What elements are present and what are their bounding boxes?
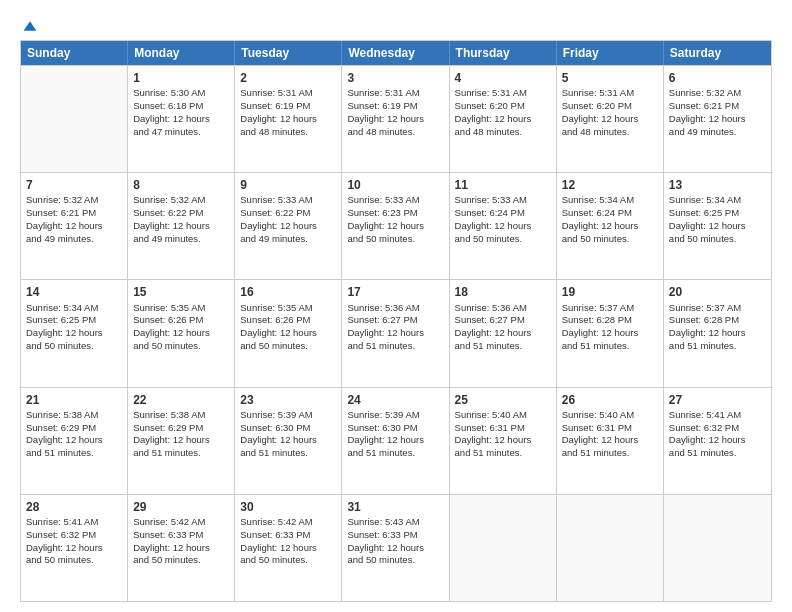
cell-line: and 51 minutes. [133, 447, 229, 460]
calendar-cell: 3Sunrise: 5:31 AMSunset: 6:19 PMDaylight… [342, 66, 449, 172]
cell-line: and 48 minutes. [562, 126, 658, 139]
cell-line: and 49 minutes. [26, 233, 122, 246]
cell-line: Daylight: 12 hours [133, 220, 229, 233]
cell-line: Sunrise: 5:31 AM [562, 87, 658, 100]
day-number: 29 [133, 499, 229, 515]
cell-line: Daylight: 12 hours [455, 434, 551, 447]
calendar-cell: 12Sunrise: 5:34 AMSunset: 6:24 PMDayligh… [557, 173, 664, 279]
cell-line: and 50 minutes. [26, 340, 122, 353]
cell-line: Daylight: 12 hours [133, 542, 229, 555]
cell-line: Sunset: 6:19 PM [240, 100, 336, 113]
calendar-cell: 4Sunrise: 5:31 AMSunset: 6:20 PMDaylight… [450, 66, 557, 172]
calendar-cell: 25Sunrise: 5:40 AMSunset: 6:31 PMDayligh… [450, 388, 557, 494]
calendar-week-row: 28Sunrise: 5:41 AMSunset: 6:32 PMDayligh… [21, 494, 771, 601]
cell-line: Sunrise: 5:34 AM [562, 194, 658, 207]
cell-line: and 48 minutes. [347, 126, 443, 139]
page: SundayMondayTuesdayWednesdayThursdayFrid… [0, 0, 792, 612]
cell-line: Sunset: 6:21 PM [669, 100, 766, 113]
cell-line: Sunset: 6:18 PM [133, 100, 229, 113]
cell-line: Sunset: 6:26 PM [240, 314, 336, 327]
day-number: 5 [562, 70, 658, 86]
cell-line: and 49 minutes. [669, 126, 766, 139]
cell-line: Daylight: 12 hours [455, 113, 551, 126]
cell-line: and 51 minutes. [669, 340, 766, 353]
calendar-header-cell: Friday [557, 41, 664, 65]
calendar-cell [21, 66, 128, 172]
cell-line: Daylight: 12 hours [347, 113, 443, 126]
calendar-week-row: 1Sunrise: 5:30 AMSunset: 6:18 PMDaylight… [21, 65, 771, 172]
cell-line: and 51 minutes. [562, 340, 658, 353]
cell-line: Sunset: 6:32 PM [669, 422, 766, 435]
cell-line: Daylight: 12 hours [455, 220, 551, 233]
cell-line: Daylight: 12 hours [669, 327, 766, 340]
cell-line: Daylight: 12 hours [562, 220, 658, 233]
cell-line: Daylight: 12 hours [26, 220, 122, 233]
cell-line: and 49 minutes. [133, 233, 229, 246]
cell-line: Daylight: 12 hours [240, 113, 336, 126]
calendar-week-row: 21Sunrise: 5:38 AMSunset: 6:29 PMDayligh… [21, 387, 771, 494]
cell-line: and 48 minutes. [455, 126, 551, 139]
cell-line: Sunrise: 5:36 AM [347, 302, 443, 315]
calendar-cell: 29Sunrise: 5:42 AMSunset: 6:33 PMDayligh… [128, 495, 235, 601]
day-number: 26 [562, 392, 658, 408]
cell-line: Sunset: 6:29 PM [133, 422, 229, 435]
cell-line: and 50 minutes. [240, 340, 336, 353]
calendar-cell [557, 495, 664, 601]
cell-line: Daylight: 12 hours [347, 434, 443, 447]
day-number: 18 [455, 284, 551, 300]
cell-line: Sunset: 6:27 PM [455, 314, 551, 327]
cell-line: Sunrise: 5:32 AM [669, 87, 766, 100]
calendar: SundayMondayTuesdayWednesdayThursdayFrid… [20, 40, 772, 602]
calendar-cell: 8Sunrise: 5:32 AMSunset: 6:22 PMDaylight… [128, 173, 235, 279]
cell-line: Sunrise: 5:36 AM [455, 302, 551, 315]
cell-line: Sunrise: 5:35 AM [240, 302, 336, 315]
cell-line: Sunset: 6:22 PM [240, 207, 336, 220]
cell-line: Sunset: 6:31 PM [455, 422, 551, 435]
day-number: 8 [133, 177, 229, 193]
cell-line: Daylight: 12 hours [240, 327, 336, 340]
cell-line: and 51 minutes. [347, 340, 443, 353]
calendar-cell: 19Sunrise: 5:37 AMSunset: 6:28 PMDayligh… [557, 280, 664, 386]
cell-line: Sunrise: 5:40 AM [562, 409, 658, 422]
calendar-cell: 1Sunrise: 5:30 AMSunset: 6:18 PMDaylight… [128, 66, 235, 172]
day-number: 1 [133, 70, 229, 86]
cell-line: Sunset: 6:25 PM [26, 314, 122, 327]
cell-line: and 51 minutes. [562, 447, 658, 460]
calendar-cell: 31Sunrise: 5:43 AMSunset: 6:33 PMDayligh… [342, 495, 449, 601]
cell-line: Daylight: 12 hours [26, 542, 122, 555]
day-number: 9 [240, 177, 336, 193]
calendar-cell: 17Sunrise: 5:36 AMSunset: 6:27 PMDayligh… [342, 280, 449, 386]
cell-line: Sunrise: 5:37 AM [669, 302, 766, 315]
day-number: 19 [562, 284, 658, 300]
cell-line: Daylight: 12 hours [669, 220, 766, 233]
day-number: 2 [240, 70, 336, 86]
logo [20, 18, 38, 30]
cell-line: Sunrise: 5:35 AM [133, 302, 229, 315]
cell-line: Sunrise: 5:31 AM [240, 87, 336, 100]
day-number: 23 [240, 392, 336, 408]
cell-line: Daylight: 12 hours [240, 542, 336, 555]
calendar-cell: 27Sunrise: 5:41 AMSunset: 6:32 PMDayligh… [664, 388, 771, 494]
calendar-cell: 20Sunrise: 5:37 AMSunset: 6:28 PMDayligh… [664, 280, 771, 386]
cell-line: Sunset: 6:24 PM [562, 207, 658, 220]
day-number: 13 [669, 177, 766, 193]
calendar-header-row: SundayMondayTuesdayWednesdayThursdayFrid… [21, 41, 771, 65]
day-number: 11 [455, 177, 551, 193]
cell-line: Sunset: 6:24 PM [455, 207, 551, 220]
svg-marker-0 [24, 21, 37, 31]
header [20, 18, 772, 30]
day-number: 14 [26, 284, 122, 300]
cell-line: Daylight: 12 hours [669, 434, 766, 447]
day-number: 3 [347, 70, 443, 86]
cell-line: and 51 minutes. [455, 340, 551, 353]
day-number: 31 [347, 499, 443, 515]
cell-line: Sunset: 6:26 PM [133, 314, 229, 327]
cell-line: Sunrise: 5:41 AM [669, 409, 766, 422]
calendar-cell: 23Sunrise: 5:39 AMSunset: 6:30 PMDayligh… [235, 388, 342, 494]
cell-line: Sunrise: 5:34 AM [26, 302, 122, 315]
cell-line: Sunrise: 5:42 AM [240, 516, 336, 529]
cell-line: Sunset: 6:31 PM [562, 422, 658, 435]
day-number: 20 [669, 284, 766, 300]
cell-line: Sunset: 6:22 PM [133, 207, 229, 220]
cell-line: Sunrise: 5:41 AM [26, 516, 122, 529]
